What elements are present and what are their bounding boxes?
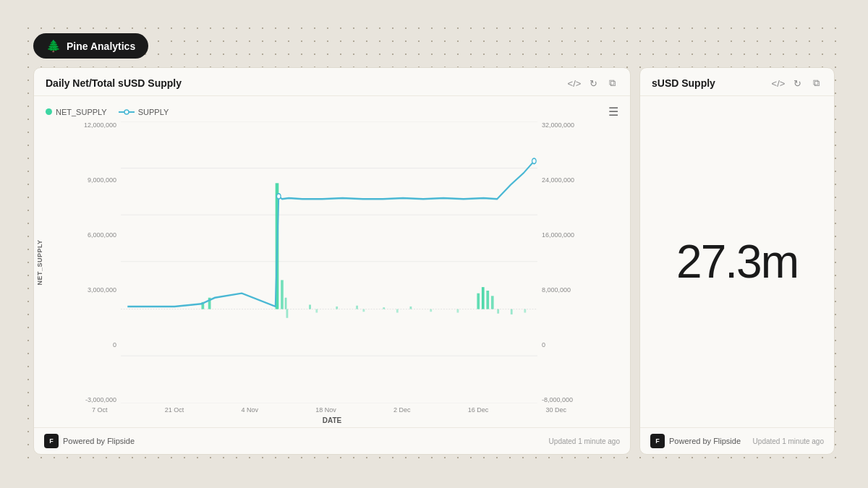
svg-point-33: [532, 158, 537, 163]
y-left-val-1: 9,000,000: [88, 176, 116, 184]
side-chart-title: sUSD Supply: [652, 77, 715, 89]
svg-rect-20: [482, 287, 485, 309]
legend-label-net-supply: NET_SUPPLY: [56, 108, 107, 116]
x-label-2: 4 Nov: [241, 406, 258, 414]
app-name: Pine Analytics: [67, 40, 135, 52]
legend-dot-net-supply: [46, 108, 52, 115]
svg-point-32: [277, 194, 281, 199]
y-left-val-4: 0: [113, 341, 116, 348]
svg-rect-17: [383, 307, 385, 309]
side-chart-panel: sUSD Supply </> ↻ ⧉ 27.3m F Powered by F…: [639, 67, 835, 455]
y-right-val-0: 32,000,000: [542, 121, 574, 129]
chart-svg: [121, 121, 537, 403]
svg-rect-26: [396, 309, 399, 313]
app-logo-pill: 🌲 Pine Analytics: [33, 33, 148, 59]
side-code-icon[interactable]: </>: [772, 77, 785, 90]
x-axis-area: 7 Oct 21 Oct 4 Nov 18 Nov 2 Dec 16 Dec 3…: [40, 403, 624, 415]
y-right-val-5: -8,000,000: [542, 396, 573, 403]
big-number: 27.3m: [640, 235, 834, 288]
x-label-3: 18 Nov: [315, 406, 336, 414]
svg-rect-24: [315, 309, 318, 313]
svg-point-1: [124, 110, 129, 114]
chart-with-labels: NET_SUPPLY 12,000,000 9,000,000 6,000,00…: [40, 121, 624, 403]
logo-icon: 🌲: [46, 39, 61, 53]
main-chart-icons: </> ↻ ⧉: [568, 77, 618, 90]
svg-rect-22: [491, 296, 494, 309]
chart-inner: [121, 121, 537, 403]
svg-rect-12: [281, 280, 284, 309]
side-copy-icon[interactable]: ⧉: [809, 77, 822, 90]
main-chart-panel: Daily Net/Total sUSD Supply </> ↻ ⧉ NET_…: [33, 67, 631, 455]
svg-rect-31: [524, 309, 526, 313]
side-chart-icons: </> ↻ ⧉: [772, 77, 822, 90]
svg-rect-23: [286, 309, 289, 318]
main-chart-title: Daily Net/Total sUSD Supply: [46, 77, 182, 89]
main-chart-header: Daily Net/Total sUSD Supply </> ↻ ⧉: [34, 68, 630, 96]
svg-rect-30: [511, 309, 513, 314]
legend-supply: SUPPLY: [119, 108, 169, 116]
x-label-1: 21 Oct: [165, 406, 184, 414]
x-label-0: 7 Oct: [92, 406, 108, 414]
y-left-val-2: 6,000,000: [88, 231, 116, 239]
y-left-val-3: 3,000,000: [88, 286, 116, 294]
side-chart-header: sUSD Supply </> ↻ ⧉: [640, 68, 834, 96]
side-panel-content: 27.3m: [640, 96, 834, 427]
y-axis-right: 32,000,000 24,000,000 16,000,000 8,000,0…: [537, 121, 595, 403]
x-label-5: 16 Dec: [468, 406, 489, 414]
svg-rect-18: [409, 307, 412, 309]
svg-rect-15: [336, 307, 338, 309]
main-footer-brand: F Powered by Flipside: [44, 434, 135, 448]
side-chart-footer: F Powered by Flipside Updated 1 minute a…: [640, 427, 834, 454]
svg-rect-25: [362, 309, 365, 312]
refresh-icon[interactable]: ↻: [587, 77, 600, 90]
legend-line-supply-icon: [119, 108, 135, 116]
y-right-val-2: 16,000,000: [542, 231, 574, 239]
svg-rect-19: [477, 294, 480, 309]
x-label-4: 2 Dec: [393, 406, 411, 414]
x-label-6: 30 Dec: [545, 406, 566, 414]
top-bar: 🌲 Pine Analytics: [33, 33, 835, 59]
side-footer-brand: F Powered by Flipside: [650, 434, 741, 448]
svg-rect-29: [497, 309, 499, 314]
legend-net-supply: NET_SUPPLY: [46, 108, 107, 116]
y-right-val-3: 8,000,000: [542, 286, 571, 294]
main-chart-footer: F Powered by Flipside Updated 1 minute a…: [34, 427, 630, 454]
side-refresh-icon[interactable]: ↻: [791, 77, 804, 90]
menu-icon[interactable]: ☰: [608, 105, 618, 119]
main-footer-updated: Updated 1 minute ago: [549, 437, 620, 445]
y-left-val-0: 12,000,000: [84, 121, 116, 129]
y-axis-left-label: NET_SUPPLY: [36, 239, 43, 285]
copy-icon[interactable]: ⧉: [605, 77, 618, 90]
svg-rect-14: [309, 305, 311, 309]
code-icon[interactable]: </>: [568, 77, 581, 90]
side-flipside-icon: F: [650, 434, 665, 448]
flipside-icon: F: [44, 434, 59, 448]
main-footer-brand-text: Powered by Flipside: [63, 437, 135, 445]
y-axis-left: 12,000,000 9,000,000 6,000,000 3,000,000…: [69, 121, 121, 403]
svg-rect-13: [285, 298, 287, 309]
x-labels: 7 Oct 21 Oct 4 Nov 18 Nov 2 Dec 16 Dec 3…: [92, 406, 566, 414]
svg-rect-28: [457, 309, 459, 313]
svg-rect-16: [356, 306, 358, 309]
panels-row: Daily Net/Total sUSD Supply </> ↻ ⧉ NET_…: [33, 67, 835, 455]
svg-rect-27: [430, 309, 432, 312]
dashboard-background: 🌲 Pine Analytics Daily Net/Total sUSD Su…: [22, 22, 846, 466]
side-footer-brand-text: Powered by Flipside: [669, 437, 741, 445]
x-axis-title: DATE: [40, 415, 624, 427]
svg-rect-21: [486, 291, 489, 309]
legend: NET_SUPPLY SUPPLY ☰: [40, 102, 624, 121]
legend-label-supply: SUPPLY: [138, 108, 169, 116]
y-right-val-1: 24,000,000: [542, 176, 574, 184]
y-right-val-4: 0: [542, 341, 545, 348]
side-footer-updated: Updated 1 minute ago: [753, 437, 824, 445]
y-left-val-5: -3,000,000: [85, 396, 116, 403]
chart-area: NET_SUPPLY SUPPLY ☰ NET_SU: [34, 96, 630, 427]
